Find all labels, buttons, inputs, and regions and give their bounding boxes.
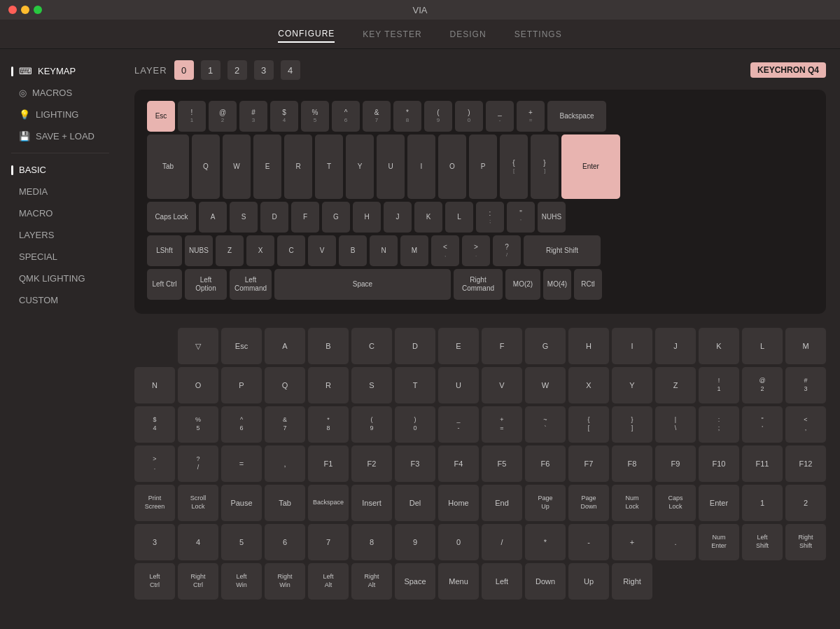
picker-key-lbrace[interactable]: {[ xyxy=(568,406,609,443)
key-backspace[interactable]: Backspace xyxy=(547,101,606,132)
picker-key-a[interactable]: A xyxy=(265,328,305,364)
key-n[interactable]: N xyxy=(370,235,398,266)
picker-key-down[interactable]: Down xyxy=(525,563,566,600)
picker-key-e[interactable]: E xyxy=(438,328,479,364)
picker-key-transparent[interactable]: ▽ xyxy=(178,328,218,364)
picker-key-l[interactable]: L xyxy=(742,328,783,364)
key-esc[interactable]: Esc xyxy=(147,101,175,132)
picker-key-num-dot[interactable]: . xyxy=(655,524,696,560)
layer-btn-3[interactable]: 3 xyxy=(254,60,274,80)
picker-key-left-win[interactable]: LeftWin xyxy=(221,563,262,600)
nav-configure[interactable]: CONFIGURE xyxy=(278,26,335,43)
key-t[interactable]: T xyxy=(315,134,343,199)
key-e[interactable]: E xyxy=(253,134,281,199)
picker-key-comma[interactable]: , xyxy=(265,445,305,482)
picker-key-tab[interactable]: Tab xyxy=(265,485,305,521)
picker-key-enter[interactable]: Enter xyxy=(699,485,739,521)
picker-key-amp[interactable]: &7 xyxy=(265,406,305,443)
sidebar-item-lighting[interactable]: 💡 LIGHTING xyxy=(0,104,120,125)
picker-key-j[interactable]: J xyxy=(655,328,696,364)
close-button[interactable] xyxy=(8,6,17,14)
picker-key-del[interactable]: Del xyxy=(395,485,435,521)
key-left-option[interactable]: Left Option xyxy=(185,269,227,300)
key-p[interactable]: P xyxy=(469,134,497,199)
key-0[interactable]: )0 xyxy=(455,101,483,132)
picker-key-q[interactable]: Q xyxy=(265,367,305,403)
sidebar-item-keymap[interactable]: ⌨ KEYMAP xyxy=(0,60,120,82)
picker-key-tilde[interactable]: ~` xyxy=(525,406,566,443)
picker-key-x[interactable]: X xyxy=(568,367,609,403)
picker-key-left-shift[interactable]: LeftShift xyxy=(742,524,783,560)
picker-key-f6[interactable]: F6 xyxy=(525,445,566,482)
picker-key-f2[interactable]: F2 xyxy=(351,445,392,482)
picker-key-num-plus[interactable]: + xyxy=(612,524,652,560)
key-w[interactable]: W xyxy=(223,134,251,199)
picker-key-v[interactable]: V xyxy=(482,367,522,403)
sidebar-item-basic[interactable]: BASIC xyxy=(0,159,120,181)
key-f[interactable]: F xyxy=(291,202,319,233)
picker-key-f7[interactable]: F7 xyxy=(568,445,609,482)
picker-key-f11[interactable]: F11 xyxy=(742,445,783,482)
picker-key-m[interactable]: M xyxy=(785,328,826,364)
nav-key-tester[interactable]: KEY TESTER xyxy=(363,27,421,42)
picker-key-left[interactable]: Left xyxy=(482,563,522,600)
picker-key-s[interactable]: S xyxy=(351,367,392,403)
picker-key-f5[interactable]: F5 xyxy=(482,445,522,482)
key-rctl[interactable]: RCtl xyxy=(574,269,602,300)
picker-key-h[interactable]: H xyxy=(568,328,609,364)
picker-key-right-shift[interactable]: RightShift xyxy=(785,524,826,560)
picker-key-w[interactable]: W xyxy=(525,367,566,403)
picker-key-home[interactable]: Home xyxy=(438,485,479,521)
picker-key-num-minus[interactable]: - xyxy=(568,524,609,560)
key-enter[interactable]: Enter xyxy=(561,134,620,199)
picker-key-t[interactable]: T xyxy=(395,367,435,403)
key-equals[interactable]: += xyxy=(517,101,545,132)
key-m[interactable]: M xyxy=(400,235,428,266)
nav-design[interactable]: DESIGN xyxy=(450,27,486,42)
picker-key-num-5[interactable]: 5 xyxy=(221,524,262,560)
key-caps-lock[interactable]: Caps Lock xyxy=(147,202,196,233)
layer-btn-2[interactable]: 2 xyxy=(227,60,247,80)
sidebar-item-layers[interactable]: LAYERS xyxy=(0,224,120,246)
picker-key-f[interactable]: F xyxy=(482,328,522,364)
picker-key-r[interactable]: R xyxy=(308,367,349,403)
key-s[interactable]: S xyxy=(230,202,258,233)
picker-key-d[interactable]: D xyxy=(395,328,435,364)
picker-key-hash[interactable]: #3 xyxy=(785,367,826,403)
key-g[interactable]: G xyxy=(322,202,350,233)
picker-key-num-1[interactable]: 1 xyxy=(742,485,783,521)
picker-key-num-4[interactable]: 4 xyxy=(178,524,218,560)
picker-key-print-screen[interactable]: PrintScreen xyxy=(134,485,175,521)
picker-key-scroll-lock[interactable]: ScrollLock xyxy=(178,485,218,521)
picker-key-f1[interactable]: F1 xyxy=(308,445,349,482)
key-9[interactable]: (9 xyxy=(424,101,452,132)
picker-key-f12[interactable]: F12 xyxy=(785,445,826,482)
layer-btn-0[interactable]: 0 xyxy=(174,60,194,80)
key-nuhs[interactable]: NUHS xyxy=(538,202,566,233)
picker-key-page-up[interactable]: PageUp xyxy=(525,485,566,521)
picker-key-left-ctrl[interactable]: LeftCtrl xyxy=(134,563,175,600)
picker-key-backspace[interactable]: Backspace xyxy=(308,485,349,521)
key-quote[interactable]: "' xyxy=(507,202,535,233)
picker-key-p[interactable]: P xyxy=(221,367,262,403)
key-semicolon[interactable]: :; xyxy=(476,202,504,233)
key-a[interactable]: A xyxy=(199,202,227,233)
key-right-shift[interactable]: Right Shift xyxy=(524,235,601,266)
picker-key-num-9[interactable]: 9 xyxy=(395,524,435,560)
picker-key-num-3[interactable]: 3 xyxy=(134,524,175,560)
key-h[interactable]: H xyxy=(353,202,381,233)
key-z[interactable]: Z xyxy=(216,235,244,266)
picker-key-o[interactable]: O xyxy=(178,367,218,403)
key-mo2[interactable]: MO(2) xyxy=(505,269,540,300)
picker-key-b[interactable]: B xyxy=(308,328,349,364)
key-c[interactable]: C xyxy=(277,235,305,266)
key-minus[interactable]: _- xyxy=(486,101,514,132)
picker-key-k[interactable]: K xyxy=(699,328,739,364)
nav-settings[interactable]: SETTINGS xyxy=(514,27,562,42)
window-controls[interactable] xyxy=(8,6,42,14)
sidebar-item-qmk-lighting[interactable]: QMK LIGHTING xyxy=(0,268,120,289)
key-i[interactable]: I xyxy=(407,134,435,199)
picker-key-excl[interactable]: !1 xyxy=(699,367,739,403)
picker-key-right[interactable]: Right xyxy=(612,563,652,600)
picker-key-plus[interactable]: += xyxy=(482,406,522,443)
